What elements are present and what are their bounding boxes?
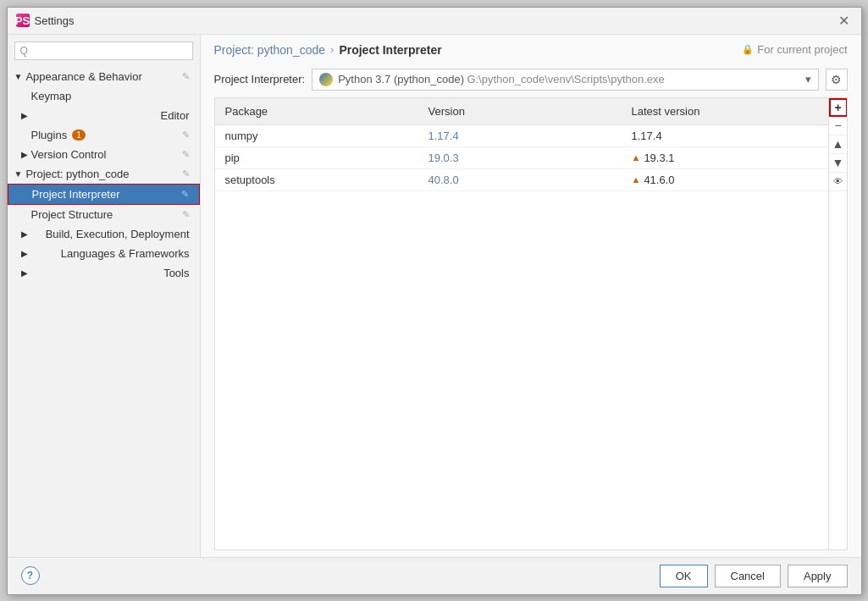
table-body: numpy 1.17.4 1.17.4 pip 19.0.3 ▲ 19.3.1 [215, 125, 847, 549]
interpreter-label: Project Interpreter: [214, 73, 306, 85]
interpreter-name: Python 3.7 (python_code) G:\python_code\… [338, 73, 665, 85]
search-input[interactable] [31, 45, 187, 57]
table-side-buttons: + − ▲ ▼ 👁 [828, 98, 847, 549]
settings-dialog: PS Settings ✕ Q ▼ Appearance & Behavior … [7, 7, 862, 595]
gear-button[interactable]: ⚙ [826, 69, 848, 91]
dialog-content: Q ▼ Appearance & Behavior ✎ Keymap ▶ Edi… [8, 35, 861, 557]
app-icon: PS [16, 14, 30, 27]
chevron-icon: ▼ [14, 72, 23, 81]
upgrade-arrow-icon: ▲ [632, 152, 641, 163]
python-icon [319, 73, 333, 86]
cell-package: setuptools [215, 169, 418, 190]
chevron-icon: ▶ [21, 268, 28, 278]
sidebar-item-build-exec[interactable]: ▶ Build, Execution, Deployment [8, 224, 200, 244]
footer: ? OK Cancel Apply [8, 557, 861, 594]
table-row[interactable]: numpy 1.17.4 1.17.4 [215, 125, 847, 147]
interpreter-select[interactable]: Python 3.7 (python_code) G:\python_code\… [312, 69, 818, 91]
sidebar-item-label: Editor [161, 109, 190, 122]
chevron-down-icon: ▾ [805, 73, 811, 85]
show-early-releases-button[interactable]: 👁 [829, 173, 848, 191]
main-content: Project: python_code › Project Interpret… [201, 35, 861, 557]
chevron-icon: ▶ [21, 229, 28, 239]
sidebar-item-label: Build, Execution, Deployment [46, 228, 190, 240]
remove-package-button[interactable]: − [829, 117, 848, 135]
table-row[interactable]: setuptools 40.8.0 ▲ 41.6.0 [215, 169, 847, 191]
chevron-icon: ▼ [14, 169, 23, 179]
cell-latest: ▲ 19.3.1 [622, 147, 847, 168]
edit-icon: ✎ [182, 130, 190, 141]
cell-version: 40.8.0 [418, 169, 622, 190]
apply-button[interactable]: Apply [788, 565, 848, 587]
sidebar-item-label: Plugins [31, 129, 68, 141]
close-button[interactable]: ✕ [836, 12, 853, 29]
chevron-icon: ▶ [21, 150, 28, 159]
upgrade-arrow-icon: ▲ [632, 174, 641, 185]
for-current-project: 🔒 For current project [742, 43, 847, 56]
cell-version: 19.0.3 [418, 147, 622, 168]
edit-icon: ✎ [182, 168, 190, 179]
lock-icon: 🔒 [742, 44, 754, 55]
sidebar-item-label: Version Control [31, 148, 107, 161]
sidebar-item-project[interactable]: ▼ Project: python_code ✎ [8, 164, 200, 184]
scroll-down-button[interactable]: ▼ [829, 154, 848, 173]
cell-latest: ▲ 41.6.0 [622, 169, 847, 190]
title-bar-left: PS Settings [16, 14, 75, 27]
breadcrumb-parent[interactable]: Project: python_code [214, 43, 326, 57]
edit-icon: ✎ [182, 149, 190, 160]
edit-icon: ✎ [181, 189, 189, 200]
package-table: Package Version Latest version numpy 1.1… [214, 97, 848, 550]
title-bar: PS Settings ✕ [8, 8, 861, 35]
for-project-label: For current project [757, 43, 847, 56]
edit-icon: ✎ [182, 209, 190, 220]
cell-version: 1.17.4 [418, 125, 622, 146]
dialog-title: Settings [35, 14, 75, 27]
sidebar-item-label: Appearance & Behavior [25, 70, 141, 83]
sidebar: Q ▼ Appearance & Behavior ✎ Keymap ▶ Edi… [8, 35, 201, 557]
chevron-icon: ▶ [21, 111, 28, 120]
col-package-header: Package [215, 102, 418, 121]
scroll-up-button[interactable]: ▲ [829, 135, 848, 154]
sidebar-item-version-control[interactable]: ▶ Version Control ✎ [8, 145, 200, 164]
sidebar-item-keymap[interactable]: Keymap [8, 86, 200, 106]
sidebar-item-appearance[interactable]: ▼ Appearance & Behavior ✎ [8, 67, 200, 86]
plugins-badge: 1 [72, 130, 86, 141]
sidebar-item-plugins[interactable]: Plugins 1 ✎ [8, 125, 200, 145]
help-button[interactable]: ? [21, 566, 40, 585]
sidebar-item-tools[interactable]: ▶ Tools [8, 263, 200, 283]
edit-icon: ✎ [182, 71, 190, 82]
cancel-button[interactable]: Cancel [715, 565, 781, 587]
col-version-header: Version [418, 102, 622, 121]
sidebar-item-editor[interactable]: ▶ Editor [8, 106, 200, 125]
breadcrumb-separator: › [330, 43, 334, 56]
col-latest-header: Latest version [622, 102, 847, 121]
ok-button[interactable]: OK [660, 565, 708, 587]
cell-latest: 1.17.4 [622, 125, 847, 146]
sidebar-item-label: Project Interpreter [32, 188, 120, 201]
breadcrumb: Project: python_code › Project Interpret… [201, 35, 861, 63]
table-row[interactable]: pip 19.0.3 ▲ 19.3.1 [215, 147, 847, 169]
interpreter-row: Project Interpreter: Python 3.7 (python_… [201, 63, 861, 97]
sidebar-item-project-interpreter[interactable]: Project Interpreter ✎ [8, 184, 200, 205]
sidebar-item-label: Project: python_code [25, 168, 129, 180]
cell-package: pip [215, 147, 418, 168]
chevron-icon: ▶ [21, 249, 28, 258]
sidebar-item-label: Tools [163, 267, 189, 279]
search-icon: Q [20, 45, 28, 57]
sidebar-item-languages[interactable]: ▶ Languages & Frameworks [8, 244, 200, 263]
breadcrumb-current: Project Interpreter [339, 43, 441, 57]
sidebar-item-label: Keymap [31, 90, 72, 102]
table-header: Package Version Latest version [215, 98, 847, 125]
search-box[interactable]: Q [14, 41, 193, 60]
add-package-button[interactable]: + [829, 98, 848, 117]
cell-package: numpy [215, 125, 418, 146]
sidebar-item-label: Languages & Frameworks [61, 247, 190, 260]
sidebar-item-label: Project Structure [31, 208, 113, 221]
sidebar-item-project-structure[interactable]: Project Structure ✎ [8, 205, 200, 224]
